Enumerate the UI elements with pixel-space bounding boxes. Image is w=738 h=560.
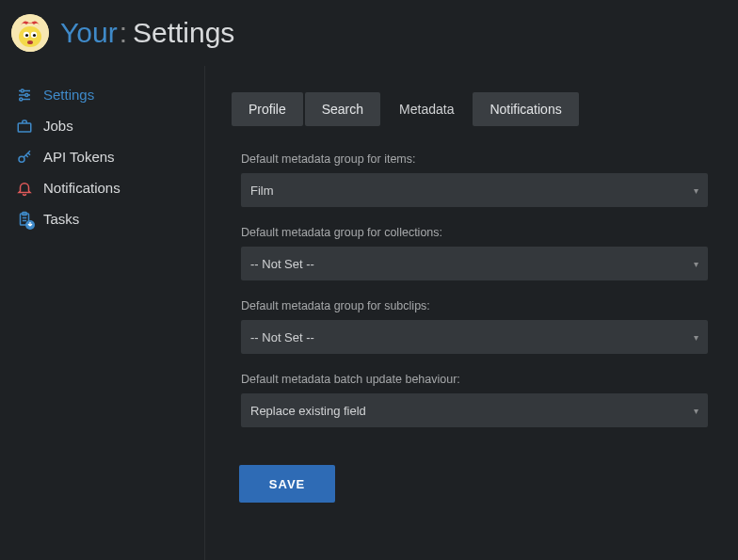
save-button[interactable]: SAVE — [239, 465, 335, 503]
page-title-group: Your : Settings — [60, 17, 234, 49]
sidebar-item-settings[interactable]: Settings — [15, 79, 204, 110]
key-icon — [15, 148, 34, 167]
tasks-badge-icon — [25, 220, 35, 230]
sidebar-item-jobs[interactable]: Jobs — [15, 110, 204, 141]
svg-point-10 — [25, 93, 28, 96]
field-label: Default metadata batch update behaviour: — [241, 373, 708, 386]
svg-point-8 — [21, 89, 24, 92]
svg-point-12 — [20, 98, 23, 101]
sidebar-item-notifications[interactable]: Notifications — [15, 172, 204, 203]
sidebar-item-api-tokens[interactable]: API Tokens — [15, 141, 204, 172]
main-content: Profile Search Metadata Notifications De… — [205, 66, 738, 560]
briefcase-icon — [15, 117, 34, 136]
field-label: Default metadata group for subclips: — [241, 299, 708, 312]
field-label: Default metadata group for collections: — [241, 226, 708, 239]
title-separator: : — [120, 17, 127, 49]
clipboard-icon — [15, 210, 34, 229]
sidebar-item-label: Settings — [43, 87, 94, 103]
sidebar: Settings Jobs API Tokens — [0, 66, 205, 560]
tabs: Profile Search Metadata Notifications — [232, 92, 717, 126]
sidebar-item-tasks[interactable]: Tasks — [15, 203, 204, 234]
sidebar-item-label: API Tokens — [43, 149, 115, 165]
batch-behaviour-select[interactable]: Replace existing field — [241, 393, 708, 427]
sliders-icon — [15, 86, 34, 104]
brand-name: Your — [60, 17, 118, 49]
subclips-group-select[interactable]: -- Not Set -- — [241, 320, 708, 354]
items-group-select[interactable]: Film — [241, 173, 708, 207]
tab-search[interactable]: Search — [305, 92, 380, 126]
page-title: Settings — [133, 17, 234, 49]
app-logo — [11, 14, 49, 52]
svg-rect-13 — [18, 123, 31, 132]
select-value: Film — [250, 184, 274, 198]
bell-icon — [15, 179, 34, 198]
app-header: Your : Settings — [0, 0, 738, 66]
field-items-group: Default metadata group for items: Film — [241, 152, 708, 207]
tab-notifications[interactable]: Notifications — [473, 92, 578, 126]
select-value: Replace existing field — [250, 404, 366, 418]
field-batch-behaviour: Default metadata batch update behaviour:… — [241, 373, 708, 427]
sidebar-item-label: Jobs — [43, 118, 73, 134]
tab-profile[interactable]: Profile — [232, 92, 303, 126]
field-collections-group: Default metadata group for collections: … — [241, 226, 708, 280]
field-subclips-group: Default metadata group for subclips: -- … — [241, 299, 708, 354]
select-value: -- Not Set -- — [250, 257, 314, 271]
collections-group-select[interactable]: -- Not Set -- — [241, 247, 708, 280]
svg-point-6 — [27, 40, 33, 44]
svg-point-14 — [19, 156, 24, 162]
tab-metadata[interactable]: Metadata — [382, 92, 471, 126]
svg-point-4 — [25, 34, 28, 37]
select-value: -- Not Set -- — [250, 330, 314, 344]
svg-point-5 — [33, 34, 36, 37]
field-label: Default metadata group for items: — [241, 152, 708, 166]
sidebar-item-label: Tasks — [43, 211, 79, 227]
sidebar-item-label: Notifications — [43, 180, 120, 196]
